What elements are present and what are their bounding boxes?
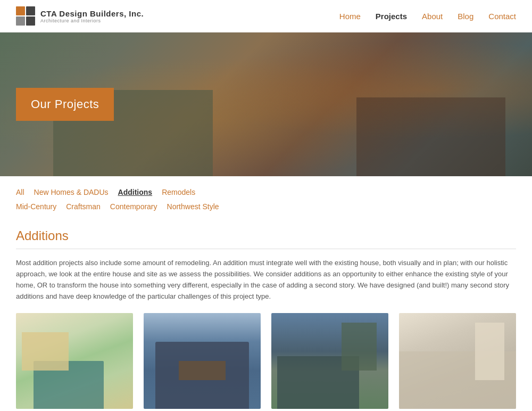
filter-all[interactable]: All bbox=[16, 186, 24, 199]
site-header: CTA Design Builders, Inc. Architecture a… bbox=[0, 0, 532, 32]
hero-title: Our Projects bbox=[31, 97, 99, 111]
project-thumb-4 bbox=[399, 313, 516, 409]
nav-home[interactable]: Home bbox=[339, 12, 361, 21]
logo-sq-4 bbox=[26, 17, 35, 26]
logo-tagline: Architecture and Interiors bbox=[40, 18, 144, 23]
filter-nav: All New Homes & DADUs Additions Remodels… bbox=[0, 176, 532, 220]
filter-northwest-style[interactable]: Northwest Style bbox=[167, 200, 219, 213]
main-nav: Home Projects About Blog Contact bbox=[339, 12, 516, 21]
logo-sq-2 bbox=[26, 6, 35, 15]
filter-row-2: Mid-Century Craftsman Contemporary North… bbox=[16, 200, 516, 213]
filter-mid-century[interactable]: Mid-Century bbox=[16, 200, 56, 213]
logo-company-name: CTA Design Builders, Inc. bbox=[40, 9, 144, 18]
logo-sq-3 bbox=[16, 17, 25, 26]
nav-about[interactable]: About bbox=[422, 12, 443, 21]
filter-additions[interactable]: Additions bbox=[118, 186, 153, 199]
section-description: Most addition projects also include some… bbox=[0, 249, 532, 313]
filter-remodels[interactable]: Remodels bbox=[162, 186, 195, 199]
logo-company: Design Builders, Inc. bbox=[59, 9, 144, 18]
project-card-2[interactable]: Craftsman Second Story bbox=[144, 313, 261, 411]
hero-section: Our Projects bbox=[0, 32, 532, 176]
filter-new-homes[interactable]: New Homes & DADUs bbox=[34, 186, 109, 199]
filter-row-1: All New Homes & DADUs Additions Remodels bbox=[16, 186, 516, 199]
section-heading: Additions bbox=[16, 228, 516, 243]
project-card-1[interactable]: Contemporary Urban Cottage bbox=[16, 313, 133, 411]
logo-icon bbox=[16, 6, 35, 26]
project-card-3[interactable]: Kirkland Mid Century Modern bbox=[271, 313, 388, 411]
filter-contemporary[interactable]: Contemporary bbox=[110, 200, 157, 213]
logo-area: CTA Design Builders, Inc. Architecture a… bbox=[16, 6, 144, 26]
projects-grid: Contemporary Urban Cottage Craftsman Sec… bbox=[0, 313, 532, 411]
project-card-4[interactable]: Urban Farmhouse bbox=[399, 313, 516, 411]
project-thumb-3 bbox=[271, 313, 388, 409]
description-text: Most addition projects also include some… bbox=[16, 258, 516, 302]
section-title-area: Additions bbox=[0, 220, 532, 249]
logo-name-cta: CTA bbox=[40, 9, 57, 18]
nav-contact[interactable]: Contact bbox=[488, 12, 516, 21]
filter-craftsman[interactable]: Craftsman bbox=[66, 200, 101, 213]
hero-title-box: Our Projects bbox=[16, 88, 114, 121]
logo-sq-1 bbox=[16, 6, 25, 15]
nav-projects[interactable]: Projects bbox=[376, 12, 407, 21]
logo-text: CTA Design Builders, Inc. Architecture a… bbox=[40, 9, 144, 23]
project-thumb-1 bbox=[16, 313, 133, 409]
project-thumb-2 bbox=[144, 313, 261, 409]
nav-blog[interactable]: Blog bbox=[458, 12, 473, 21]
